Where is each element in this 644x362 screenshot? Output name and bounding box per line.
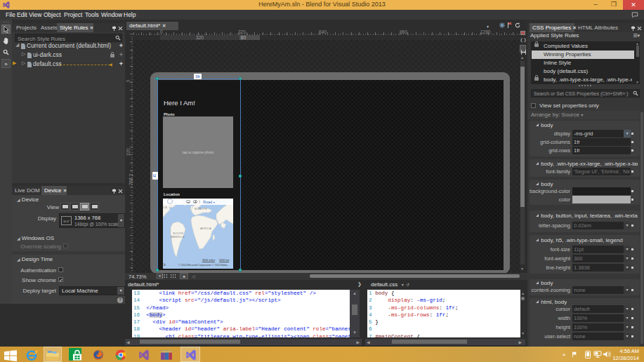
svg-text:AFRICA: AFRICA: [200, 227, 211, 230]
svg-text:EUROPE: EUROPE: [195, 207, 207, 210]
svg-text:RICA: RICA: [163, 206, 167, 209]
svg-text:AMERICA: AMERICA: [171, 235, 185, 239]
